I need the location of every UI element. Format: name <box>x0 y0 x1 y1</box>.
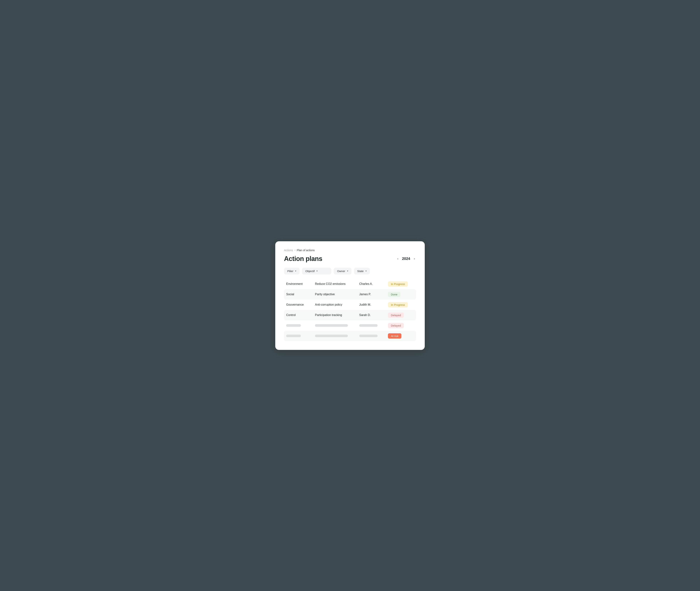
breadcrumb: Actions › Plan of actions <box>284 249 416 252</box>
cell-owner: James P. <box>359 293 385 296</box>
cell-state: Delayed <box>388 323 414 328</box>
cell-state: In Progress <box>388 302 414 308</box>
status-badge: In Progress <box>388 302 408 308</box>
prev-year-button[interactable]: ‹ <box>396 256 399 261</box>
cell-owner <box>359 324 385 327</box>
cell-owner: Sarah D. <box>359 314 385 317</box>
action-plans-card: Actions › Plan of actions Action plans ‹… <box>275 241 425 350</box>
chevron-down-icon: ▾ <box>347 270 348 272</box>
cell-objectif <box>315 335 357 337</box>
page-header: Action plans ‹ 2024 › <box>284 255 416 263</box>
filters-row: Pilier ▾ Objectif ▾ Owner ▾ State ▾ <box>284 268 416 274</box>
table-row[interactable]: Delayed <box>284 320 416 331</box>
table-row[interactable]: Gouvernance Anti-corruption policy Judit… <box>284 300 416 310</box>
cell-objectif: Parity objective <box>315 293 357 296</box>
breadcrumb-current: Plan of actions <box>297 249 315 252</box>
cell-pilier: Social <box>286 293 312 296</box>
cell-owner: Charles A. <box>359 282 385 285</box>
cell-owner: Judith M. <box>359 303 385 306</box>
status-badge: Delayed <box>388 323 404 328</box>
cell-pilier: Control <box>286 314 312 317</box>
status-badge: At risk <box>388 333 401 339</box>
filter-objectif[interactable]: Objectif ▾ <box>302 268 331 274</box>
actions-table: Environment Reduce CO2 emissions Charles… <box>284 279 416 341</box>
filter-owner[interactable]: Owner ▾ <box>334 268 351 274</box>
breadcrumb-parent: Actions <box>284 249 293 252</box>
cell-pilier: Gouvernance <box>286 303 312 306</box>
table-row[interactable]: Social Parity objective James P. Done <box>284 289 416 300</box>
year-navigator: ‹ 2024 › <box>396 256 416 261</box>
cell-pilier: Environment <box>286 282 312 285</box>
page-title: Action plans <box>284 255 322 263</box>
status-badge: In Progress <box>388 281 408 287</box>
cell-objectif: Anti-corruption policy <box>315 303 357 306</box>
table-row[interactable]: At risk <box>284 331 416 341</box>
cell-objectif: Participation tracking <box>315 314 357 317</box>
chevron-down-icon: ▾ <box>295 270 296 272</box>
table-row[interactable]: Environment Reduce CO2 emissions Charles… <box>284 279 416 289</box>
filter-pilier[interactable]: Pilier ▾ <box>284 268 300 274</box>
cell-objectif <box>315 324 357 327</box>
cell-objectif: Reduce CO2 emissions <box>315 282 357 285</box>
cell-owner <box>359 335 385 337</box>
chevron-down-icon: ▾ <box>316 270 318 272</box>
status-badge: Delayed <box>388 313 404 318</box>
filter-state[interactable]: State ▾ <box>354 268 370 274</box>
cell-state: At risk <box>388 333 414 339</box>
table-row[interactable]: Control Participation tracking Sarah D. … <box>284 310 416 320</box>
cell-pilier <box>286 335 312 337</box>
next-year-button[interactable]: › <box>413 256 416 261</box>
cell-state: In Progress <box>388 281 414 287</box>
year-label: 2024 <box>402 257 410 261</box>
cell-state: Done <box>388 292 414 297</box>
breadcrumb-separator: › <box>295 249 295 252</box>
status-badge: Done <box>388 292 400 297</box>
chevron-down-icon: ▾ <box>366 270 367 272</box>
cell-state: Delayed <box>388 313 414 318</box>
cell-pilier <box>286 324 312 327</box>
